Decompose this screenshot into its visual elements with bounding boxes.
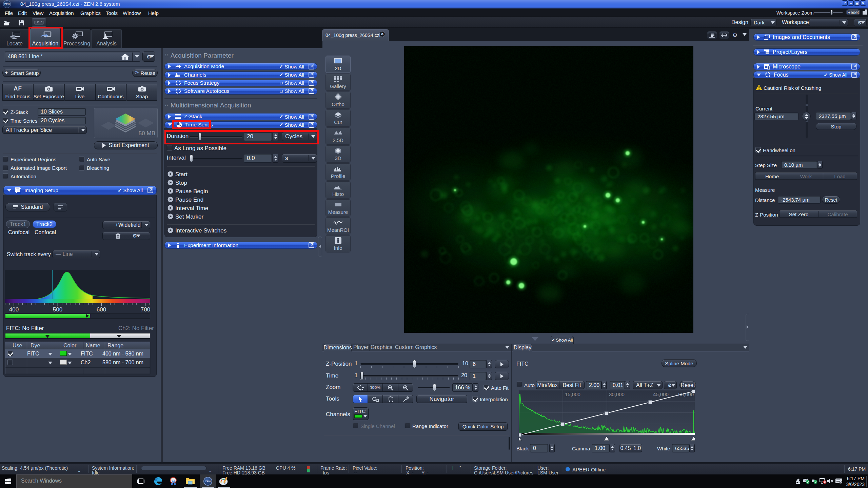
svg-text:600: 600 <box>97 306 106 313</box>
svg-text:45,000: 45,000 <box>653 391 669 397</box>
svg-text:30,000: 30,000 <box>609 391 625 397</box>
svg-text:50 MB: 50 MB <box>139 130 155 137</box>
svg-text:400: 400 <box>9 306 19 313</box>
svg-text:500: 500 <box>53 306 62 313</box>
svg-text:700: 700 <box>141 306 150 313</box>
svg-text:15,000: 15,000 <box>565 391 580 397</box>
